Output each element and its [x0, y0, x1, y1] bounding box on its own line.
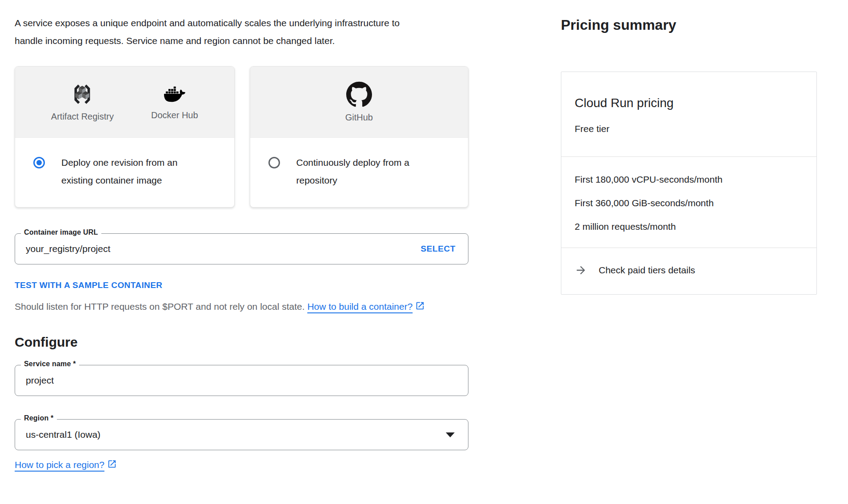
test-sample-container-link[interactable]: TEST WITH A SAMPLE CONTAINER [15, 280, 162, 290]
arrow-forward-icon [575, 264, 587, 276]
free-tier-item: 2 million requests/month [575, 221, 803, 232]
card-container-image-header: Artifact Registry Docker Hub [15, 67, 234, 138]
radio-continuously-deploy[interactable] [268, 157, 280, 168]
radio-label-continuously-deploy[interactable]: Continuously deploy from a repository [296, 154, 443, 189]
card-deploy-container-image[interactable]: Artifact Registry Docker Hub Deploy one … [15, 66, 235, 208]
container-image-url-label: Container image URL [21, 228, 101, 236]
dropdown-caret-icon[interactable] [446, 432, 455, 437]
check-paid-tiers-label: Check paid tiers details [599, 265, 695, 276]
provider-artifact-registry: Artifact Registry [51, 82, 114, 122]
service-name-input[interactable] [26, 375, 457, 386]
pricing-card-header: Cloud Run pricing Free tier [561, 72, 816, 156]
provider-label-docker-hub: Docker Hub [151, 110, 198, 120]
free-tier-items: First 180,000 vCPU-seconds/month First 3… [561, 157, 816, 248]
free-tier-item: First 360,000 GiB-seconds/month [575, 197, 803, 209]
container-image-url-field: Container image URL SELECT [15, 233, 468, 264]
pricing-card-subtitle: Free tier [575, 124, 803, 134]
service-description: A service exposes a unique endpoint and … [15, 14, 421, 50]
container-image-url-input[interactable] [26, 244, 419, 254]
check-paid-tiers-link[interactable]: Check paid tiers details [561, 248, 816, 294]
region-select-input[interactable] [26, 429, 446, 440]
artifact-registry-icon [69, 82, 95, 106]
provider-docker-hub: Docker Hub [151, 84, 198, 120]
configure-heading: Configure [15, 335, 468, 350]
provider-label-github: GitHub [345, 112, 373, 123]
region-label: Region * [21, 414, 57, 422]
card-repository-body: Continuously deploy from a repository [250, 138, 468, 207]
open-in-new-icon [107, 459, 117, 469]
helper-text: Should listen for HTTP requests on $PORT… [15, 301, 305, 312]
pricing-card-title: Cloud Run pricing [575, 96, 803, 110]
open-in-new-icon [415, 301, 425, 311]
region-field[interactable]: Region * [15, 419, 468, 450]
provider-github: GitHub [345, 81, 373, 123]
service-name-label: Service name * [21, 360, 79, 368]
radio-label-deploy-one-revision[interactable]: Deploy one revision from an existing con… [61, 154, 208, 189]
docker-icon [161, 84, 188, 105]
service-name-field: Service name * [15, 365, 468, 396]
cloud-run-create-service-page: A service exposes a unique endpoint and … [0, 0, 848, 504]
region-help-row: How to pick a region? [15, 459, 468, 470]
github-icon [346, 81, 372, 107]
card-deploy-repository[interactable]: GitHub Continuously deploy from a reposi… [250, 66, 469, 208]
deployment-source-cards: Artifact Registry Docker Hub Deploy one … [15, 66, 468, 208]
pricing-summary-heading: Pricing summary [561, 17, 819, 33]
radio-deploy-one-revision[interactable] [33, 157, 45, 168]
pricing-card: Cloud Run pricing Free tier First 180,00… [561, 72, 817, 295]
card-container-image-body: Deploy one revision from an existing con… [15, 138, 234, 207]
select-image-button[interactable]: SELECT [419, 241, 457, 256]
container-helper-text: Should listen for HTTP requests on $PORT… [15, 298, 441, 315]
how-to-pick-region-link[interactable]: How to pick a region? [15, 460, 117, 470]
provider-label-artifact-registry: Artifact Registry [51, 112, 114, 122]
service-form-column: A service exposes a unique endpoint and … [15, 14, 468, 470]
pricing-column: Pricing summary Cloud Run pricing Free t… [561, 17, 819, 295]
free-tier-item: First 180,000 vCPU-seconds/month [575, 174, 803, 185]
card-repository-header: GitHub [250, 67, 468, 138]
how-to-build-container-link[interactable]: How to build a container? [307, 301, 425, 312]
